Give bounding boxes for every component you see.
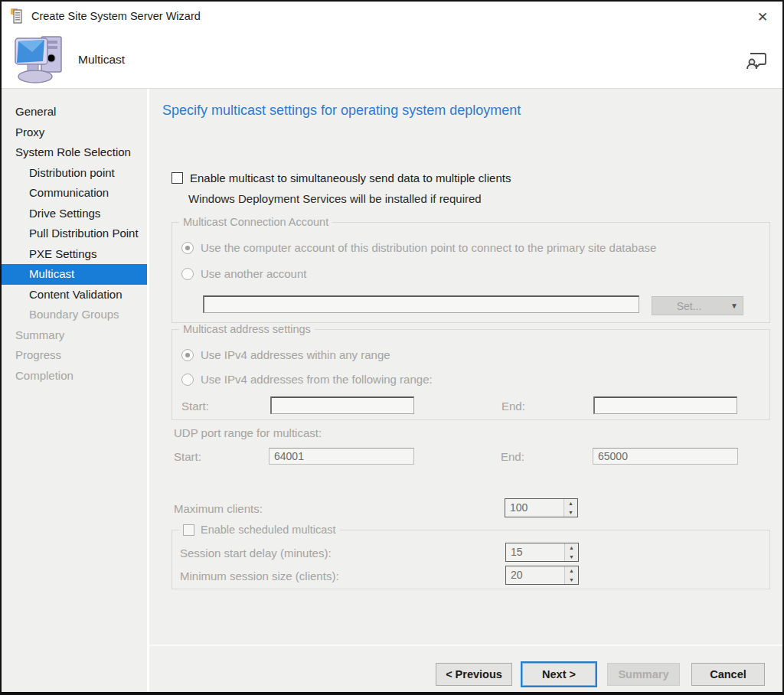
udp-port-range-label: UDP port range for multicast: [174, 426, 322, 439]
cancel-button[interactable]: Cancel [691, 663, 765, 686]
sidebar-item-drive-settings[interactable]: Drive Settings [2, 204, 147, 224]
checkbox-icon[interactable] [183, 524, 194, 536]
checkbox-icon[interactable] [172, 172, 183, 184]
computer-icon [9, 32, 70, 86]
radio-button-icon[interactable] [181, 374, 194, 386]
address-settings-group: Multicast address settings Use IPv4 addr… [172, 329, 770, 420]
address-end-input[interactable] [593, 396, 737, 414]
session-delay-label: Session start delay (minutes): [180, 547, 332, 560]
sidebar-item-content-validation[interactable]: Content Validation [2, 285, 147, 305]
min-session-value: 20 [506, 566, 564, 584]
enable-multicast-checkbox-row[interactable]: Enable multicast to simultaneously send … [172, 171, 511, 184]
spinner-down-icon[interactable]: ▼ [565, 553, 578, 562]
radio-button-icon[interactable] [181, 242, 194, 254]
radio-button-icon[interactable] [181, 349, 194, 361]
wizard-page-label: Multicast [78, 53, 125, 67]
footer-divider [149, 644, 782, 646]
feedback-icon[interactable] [744, 47, 769, 70]
udp-end-input[interactable] [593, 448, 738, 465]
min-session-stepper[interactable]: 20 ▲ ▼ [505, 566, 579, 585]
spinner-up-icon[interactable]: ▲ [565, 566, 578, 576]
previous-button[interactable]: < Previous [436, 663, 512, 686]
sidebar-item-completion: Completion [2, 366, 147, 387]
sidebar-item-summary: Summary [2, 325, 147, 346]
radio-ipv4-any-range[interactable]: Use IPv4 addresses within any range [181, 348, 390, 361]
create-site-system-server-wizard-dialog: Create Site System Server Wizard ✕ Multi… [0, 0, 784, 695]
window-title: Create Site System Server Wizard [31, 10, 201, 22]
spinner-down-icon[interactable]: ▼ [565, 576, 578, 585]
radio-another-account-label: Use another account [201, 267, 306, 280]
max-clients-stepper[interactable]: 100 ▲ ▼ [505, 498, 578, 517]
radio-ipv4-any-range-label: Use IPv4 addresses within any range [201, 348, 390, 361]
spinner-buttons[interactable]: ▲ ▼ [564, 499, 577, 517]
udp-end-label: End: [501, 450, 524, 463]
sidebar-nav: GeneralProxySystem Role SelectionDistrib… [2, 89, 149, 693]
sidebar-item-pull-distribution-point[interactable]: Pull Distribution Point [2, 224, 147, 244]
udp-start-input[interactable] [269, 448, 414, 465]
enable-multicast-label: Enable multicast to simultaneously send … [190, 171, 511, 184]
page-title: Specify multicast settings for operating… [162, 103, 521, 119]
sidebar-item-distribution-point[interactable]: Distribution point [2, 163, 147, 184]
close-icon[interactable]: ✕ [753, 8, 772, 26]
radio-ipv4-following-range-label: Use IPv4 addresses from the following ra… [201, 373, 433, 386]
wizard-header: Multicast [2, 31, 782, 89]
sidebar-item-pxe-settings[interactable]: PXE Settings [2, 244, 147, 265]
spinner-up-icon[interactable]: ▲ [564, 499, 577, 508]
radio-button-icon[interactable] [181, 268, 194, 280]
address-start-label: Start: [181, 400, 209, 413]
chevron-down-icon: ▼ [726, 302, 743, 310]
connection-account-group-title: Multicast Connection Account [179, 216, 332, 228]
radio-computer-account[interactable]: Use the computer account of this distrib… [181, 241, 656, 254]
scheduled-multicast-caption[interactable]: Enable scheduled multicast [179, 524, 340, 536]
address-end-label: End: [501, 400, 525, 413]
radio-computer-account-label: Use the computer account of this distrib… [201, 241, 656, 254]
spinner-down-icon[interactable]: ▼ [564, 508, 577, 517]
spinner-buttons[interactable]: ▲ ▼ [564, 566, 578, 584]
wizard-app-icon [11, 8, 24, 24]
sidebar-item-general[interactable]: General [2, 102, 147, 122]
address-settings-group-title: Multicast address settings [179, 323, 315, 335]
radio-another-account[interactable]: Use another account [181, 267, 306, 280]
address-start-input[interactable] [270, 396, 414, 414]
sidebar-item-multicast[interactable]: Multicast [2, 264, 147, 285]
scheduled-multicast-label: Enable scheduled multicast [201, 524, 336, 536]
title-bar: Create Site System Server Wizard ✕ [2, 2, 782, 31]
udp-start-label: Start: [174, 450, 201, 463]
wizard-body: GeneralProxySystem Role SelectionDistrib… [2, 89, 782, 693]
scheduled-multicast-group: Enable scheduled multicast Session start… [172, 530, 770, 589]
wds-note: Windows Deployment Services will be inst… [188, 192, 482, 205]
max-clients-label: Maximum clients: [174, 502, 263, 515]
max-clients-value: 100 [505, 499, 564, 517]
next-button[interactable]: Next > [522, 663, 596, 686]
set-account-button[interactable]: Set... ▼ [652, 296, 743, 315]
sidebar-item-progress: Progress [2, 345, 147, 366]
session-delay-value: 15 [506, 543, 564, 561]
sidebar-item-boundary-groups: Boundary Groups [2, 305, 147, 325]
main-panel: Specify multicast settings for operating… [149, 89, 782, 693]
summary-button: Summary [607, 663, 680, 686]
connection-account-group: Multicast Connection Account Use the com… [172, 222, 770, 323]
sidebar-item-communication[interactable]: Communication [2, 183, 147, 204]
account-input[interactable] [203, 295, 639, 313]
sidebar-item-system-role-selection[interactable]: System Role Selection [2, 142, 147, 163]
radio-ipv4-following-range[interactable]: Use IPv4 addresses from the following ra… [181, 373, 433, 386]
set-button-label: Set... [652, 300, 726, 312]
sidebar-item-proxy[interactable]: Proxy [2, 122, 147, 143]
min-session-label: Minimum session size (clients): [180, 569, 339, 582]
spinner-up-icon[interactable]: ▲ [565, 543, 578, 553]
session-delay-stepper[interactable]: 15 ▲ ▼ [505, 543, 579, 562]
spinner-buttons[interactable]: ▲ ▼ [564, 543, 578, 561]
